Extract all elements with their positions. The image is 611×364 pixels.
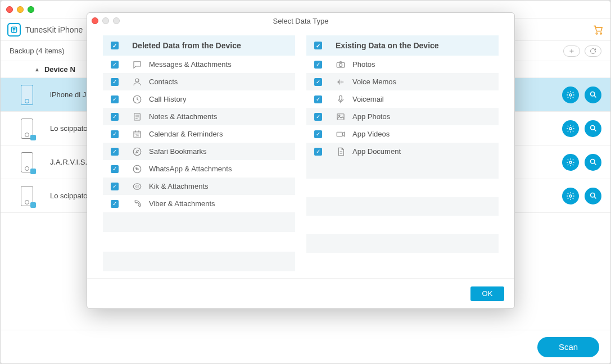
data-type-label: Contacts [149, 78, 178, 86]
data-type-row[interactable]: App Photos [306, 108, 499, 125]
data-type-row[interactable]: Contacts [103, 73, 295, 90]
settings-button[interactable] [562, 188, 579, 204]
checkbox[interactable] [111, 78, 119, 86]
search-button[interactable] [585, 87, 601, 103]
checkbox[interactable] [111, 183, 119, 190]
cart-icon[interactable] [592, 24, 604, 35]
checkbox[interactable] [111, 130, 119, 138]
select-data-type-dialog: Select Data Type Deleted Data from the D… [87, 12, 515, 309]
data-type-label: Photos [352, 60, 375, 69]
svg-point-10 [590, 193, 595, 198]
checkbox[interactable] [314, 95, 322, 103]
data-type-row[interactable]: WhatsApp & Attachments [103, 160, 295, 178]
existing-data-items: PhotosVoice MemosVoicemailApp PhotosApp … [306, 56, 499, 160]
checkbox[interactable] [111, 95, 119, 103]
data-type-row[interactable]: Photos [306, 56, 499, 73]
data-type-label: Calendar & Reminders [149, 130, 223, 138]
deleted-data-header: Deleted Data from the Device [103, 35, 295, 56]
scan-button[interactable]: Scan [537, 337, 599, 357]
data-type-label: Call History [149, 95, 186, 103]
checkbox[interactable] [111, 165, 119, 173]
checkbox[interactable] [314, 148, 322, 156]
settings-button[interactable] [562, 87, 579, 103]
settings-button[interactable] [562, 120, 579, 137]
deleted-data-items: Messages & AttachmentsContactsCall Histo… [103, 56, 295, 212]
filler [103, 212, 295, 271]
maximize-window-button[interactable] [28, 6, 34, 13]
data-type-label: Kik & Attachments [149, 182, 209, 190]
modal-titlebar: Select Data Type [87, 13, 514, 29]
data-type-row[interactable]: Notes & Attachments [103, 108, 295, 125]
search-button[interactable] [585, 188, 601, 204]
existing-data-header: Existing Data on the Device [306, 35, 499, 56]
modal-footer: OK [87, 278, 514, 308]
svg-rect-25 [337, 132, 342, 136]
data-type-label: App Videos [352, 130, 390, 138]
svg-point-5 [569, 128, 572, 130]
checkbox[interactable] [314, 61, 322, 69]
data-type-label: Notes & Attachments [149, 112, 217, 121]
window-controls [6, 6, 34, 13]
data-type-row[interactable]: Voicemail [306, 90, 499, 108]
existing-data-header-label: Existing Data on the Device [336, 41, 439, 50]
search-button[interactable] [585, 154, 601, 171]
data-type-label: App Document [352, 147, 401, 156]
checkbox[interactable] [314, 130, 322, 138]
column-device-name[interactable]: Device N [44, 65, 75, 74]
data-type-row[interactable]: Call History [103, 90, 295, 108]
minimize-window-button[interactable] [17, 6, 24, 13]
filler [306, 160, 499, 271]
search-button[interactable] [585, 120, 601, 137]
checkbox[interactable] [314, 78, 322, 86]
backup-count-label: Backup (4 items) [10, 47, 65, 55]
video-icon [336, 129, 347, 139]
svg-point-16 [133, 148, 141, 156]
checkbox[interactable] [111, 61, 119, 69]
data-type-label: Voicemail [352, 95, 384, 103]
data-type-row[interactable]: App Videos [306, 125, 499, 143]
maximize-modal-button [113, 17, 120, 24]
phone-icon [21, 85, 33, 105]
image-icon [336, 112, 347, 122]
svg-rect-23 [337, 113, 344, 120]
close-modal-button[interactable] [92, 17, 98, 24]
checkbox[interactable] [111, 113, 119, 121]
row-actions [562, 154, 601, 171]
data-type-row[interactable]: Messages & Attachments [103, 56, 295, 73]
data-type-row[interactable]: 26Calendar & Reminders [103, 125, 295, 143]
app-logo-icon [7, 23, 21, 37]
svg-point-1 [596, 33, 598, 34]
close-window-button[interactable] [6, 6, 13, 13]
whatsapp-icon [132, 164, 143, 174]
data-type-label: WhatsApp & Attachments [149, 165, 232, 173]
checkbox[interactable] [314, 113, 322, 121]
app-title: TunesKit iPhone [25, 25, 83, 34]
row-actions [562, 188, 601, 204]
phone-icon [21, 186, 33, 206]
svg-point-21 [339, 63, 342, 66]
note-icon [132, 112, 143, 122]
svg-rect-22 [340, 95, 342, 100]
settings-button[interactable] [562, 154, 579, 171]
modal-title: Select Data Type [87, 17, 514, 25]
voice-icon [336, 77, 347, 87]
sort-indicator-icon[interactable]: ▲ [34, 66, 40, 72]
data-type-row[interactable]: Safari Bookmarks [103, 143, 295, 160]
data-type-row[interactable]: Viber & Attachments [103, 195, 295, 212]
clock-icon [132, 94, 143, 104]
select-all-deleted-checkbox[interactable] [111, 42, 119, 49]
data-type-row[interactable]: KIKKik & Attachments [103, 178, 295, 195]
add-button[interactable] [563, 46, 580, 57]
deleted-data-column: Deleted Data from the Device Messages & … [103, 35, 295, 271]
mic-icon [336, 94, 347, 104]
refresh-button[interactable] [585, 46, 601, 57]
data-type-row[interactable]: Voice Memos [306, 73, 499, 90]
data-type-row[interactable]: App Document [306, 143, 499, 160]
svg-point-3 [569, 94, 572, 96]
modal-window-controls [92, 17, 120, 24]
phone-icon [21, 152, 33, 172]
ok-button[interactable]: OK [470, 286, 504, 301]
checkbox[interactable] [111, 200, 119, 208]
checkbox[interactable] [111, 148, 119, 156]
select-all-existing-checkbox[interactable] [314, 42, 322, 49]
